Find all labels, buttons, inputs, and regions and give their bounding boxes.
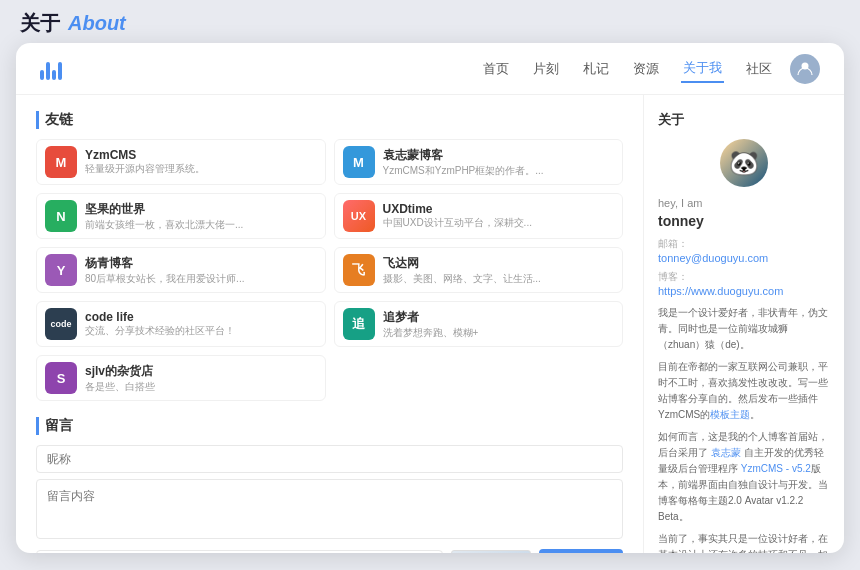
about-greeting: hey, I am — [658, 197, 830, 209]
friend-desc-jianut: 前端女孩维一枚，喜欢北漂大佬一... — [85, 218, 317, 232]
friend-name-yzmcms: YzmCMS — [85, 148, 317, 162]
friend-avatar-zhuimeng: 追 — [343, 308, 375, 340]
friend-avatar-feida: 飞 — [343, 254, 375, 286]
right-panel: 关于 🐼 hey, I am tonney 邮箱： tonney@duoguyu… — [644, 95, 844, 553]
friend-link-zhuimeng[interactable]: 追 追梦者 洗着梦想奔跑、模糊+ — [334, 301, 624, 347]
about-blog[interactable]: https://www.duoguyu.com — [658, 285, 830, 297]
about-email[interactable]: tonney@duoguyu.com — [658, 252, 830, 264]
nav-link-ziyuan[interactable]: 资源 — [631, 56, 661, 82]
friend-name-yangqing: 杨青博客 — [85, 255, 317, 272]
about-avatar-wrap: 🐼 — [658, 139, 830, 187]
friend-name-codelife: code life — [85, 310, 317, 324]
left-panel: 友链 M YzmCMS 轻量级开源内容管理系统。 M 袁志蒙博客 YzmCMS和… — [16, 95, 644, 553]
about-name: tonney — [658, 213, 830, 229]
friend-desc-uxdtime: 中国UXD设计互动平台，深耕交... — [383, 216, 615, 230]
nav-link-about[interactable]: 关于我 — [681, 55, 724, 83]
logo-bar-1 — [40, 70, 44, 80]
captcha-image[interactable]: 验证码 — [451, 550, 531, 554]
friend-info-yangqing: 杨青博客 80后草根女站长，我在用爱设计师... — [85, 255, 317, 286]
nav-avatar[interactable] — [790, 54, 820, 84]
friend-info-yzmcms: YzmCMS 轻量级开源内容管理系统。 — [85, 148, 317, 176]
about-email-label: 邮箱： — [658, 237, 830, 251]
friend-avatar-jianut: N — [45, 200, 77, 232]
friend-avatar-yuan: M — [343, 146, 375, 178]
page-title-zh: 关于 — [20, 10, 60, 37]
nav-link-community[interactable]: 社区 — [744, 56, 774, 82]
friend-info-yuan: 袁志蒙博客 YzmCMS和YzmPHP框架的作者。... — [383, 147, 615, 178]
friend-info-jianut: 坚果的世界 前端女孩维一枚，喜欢北漂大佬一... — [85, 201, 317, 232]
friend-avatar-codelife: code — [45, 308, 77, 340]
friend-link-yuan[interactable]: M 袁志蒙博客 YzmCMS和YzmPHP框架的作者。... — [334, 139, 624, 185]
captcha-input[interactable] — [36, 550, 443, 554]
comment-bottom-row: 验证码 提交留言 — [36, 549, 623, 553]
friend-avatar-sjlv: S — [45, 362, 77, 394]
nav-links: 首页 片刻 札记 资源 关于我 社区 — [481, 55, 774, 83]
friend-name-yuan: 袁志蒙博客 — [383, 147, 615, 164]
friend-info-sjlv: sjlv的杂货店 各是些、白搭些 — [85, 363, 317, 394]
friend-desc-sjlv: 各是些、白搭些 — [85, 380, 317, 394]
submit-comment-button[interactable]: 提交留言 — [539, 549, 623, 553]
comment-section: 留言 验证码 提交留言 — [36, 417, 623, 553]
friend-info-codelife: code life 交流、分享技术经验的社区平台！ — [85, 310, 317, 338]
friend-link-uxdtime[interactable]: UX UXDtime 中国UXD设计互动平台，深耕交... — [334, 193, 624, 239]
nav-link-home[interactable]: 首页 — [481, 56, 511, 82]
friend-desc-feida: 摄影、美图、网络、文字、让生活... — [383, 272, 615, 286]
friend-link-yzmcms[interactable]: M YzmCMS 轻量级开源内容管理系统。 — [36, 139, 326, 185]
about-avatar: 🐼 — [720, 139, 768, 187]
comment-section-title: 留言 — [36, 417, 623, 435]
friend-name-feida: 飞达网 — [383, 255, 615, 272]
friend-link-codelife[interactable]: code code life 交流、分享技术经验的社区平台！ — [36, 301, 326, 347]
friend-avatar-yzmcms: M — [45, 146, 77, 178]
page-title-en: About — [68, 12, 126, 35]
comment-content-input[interactable] — [36, 479, 623, 539]
friend-name-uxdtime: UXDtime — [383, 202, 615, 216]
main-content: 友链 M YzmCMS 轻量级开源内容管理系统。 M 袁志蒙博客 YzmCMS和… — [16, 95, 844, 553]
logo-bar-3 — [52, 70, 56, 80]
logo-icon — [40, 58, 62, 80]
friend-links-title: 友链 — [36, 111, 623, 129]
about-section-title: 关于 — [658, 111, 830, 129]
comment-name-input[interactable] — [36, 445, 623, 473]
about-description: 我是一个设计爱好者，非状青年，伪文青。同时也是一位前端攻城狮（zhuan）猿（d… — [658, 305, 830, 553]
friend-desc-yuan: YzmCMS和YzmPHP框架的作者。... — [383, 164, 615, 178]
logo — [40, 58, 62, 80]
friend-links-grid: M YzmCMS 轻量级开源内容管理系统。 M 袁志蒙博客 YzmCMS和Yzm… — [36, 139, 623, 401]
friend-name-sjlv: sjlv的杂货店 — [85, 363, 317, 380]
friend-desc-zhuimeng: 洗着梦想奔跑、模糊+ — [383, 326, 615, 340]
friend-avatar-uxdtime: UX — [343, 200, 375, 232]
friend-avatar-yangqing: Y — [45, 254, 77, 286]
friend-link-jianut[interactable]: N 坚果的世界 前端女孩维一枚，喜欢北漂大佬一... — [36, 193, 326, 239]
friend-info-uxdtime: UXDtime 中国UXD设计互动平台，深耕交... — [383, 202, 615, 230]
friend-link-sjlv[interactable]: S sjlv的杂货店 各是些、白搭些 — [36, 355, 326, 401]
friend-link-feida[interactable]: 飞 飞达网 摄影、美图、网络、文字、让生活... — [334, 247, 624, 293]
friend-desc-yangqing: 80后草根女站长，我在用爱设计师... — [85, 272, 317, 286]
browser-frame: 首页 片刻 札记 资源 关于我 社区 友链 M YzmCMS — [16, 43, 844, 553]
friend-info-feida: 飞达网 摄影、美图、网络、文字、让生活... — [383, 255, 615, 286]
logo-bar-4 — [58, 62, 62, 80]
friend-info-zhuimeng: 追梦者 洗着梦想奔跑、模糊+ — [383, 309, 615, 340]
friend-name-jianut: 坚果的世界 — [85, 201, 317, 218]
friend-name-zhuimeng: 追梦者 — [383, 309, 615, 326]
friend-desc-yzmcms: 轻量级开源内容管理系统。 — [85, 162, 317, 176]
about-blog-label: 博客： — [658, 270, 830, 284]
nav-bar: 首页 片刻 札记 资源 关于我 社区 — [16, 43, 844, 95]
nav-link-pieke[interactable]: 片刻 — [531, 56, 561, 82]
nav-link-zhaji[interactable]: 札记 — [581, 56, 611, 82]
friend-link-yangqing[interactable]: Y 杨青博客 80后草根女站长，我在用爱设计师... — [36, 247, 326, 293]
logo-bar-2 — [46, 62, 50, 80]
friend-desc-codelife: 交流、分享技术经验的社区平台！ — [85, 324, 317, 338]
